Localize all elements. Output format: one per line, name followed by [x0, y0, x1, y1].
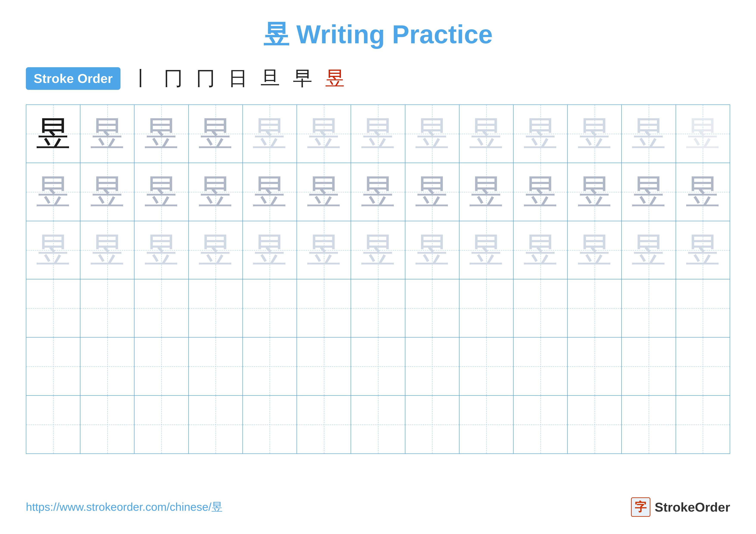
grid-cell[interactable]: 昱	[134, 221, 188, 279]
grid-cell[interactable]: 昱	[26, 221, 80, 279]
grid-cell[interactable]: 昱	[26, 163, 80, 221]
grid-cell[interactable]: 昱	[676, 163, 730, 221]
grid-cell[interactable]	[622, 395, 676, 454]
practice-char: 昱	[577, 114, 612, 153]
table-row: 昱 昱 昱 昱 昱 昱 昱 昱 昱 昱 昱 昱 昱	[26, 163, 730, 221]
grid-cell[interactable]: 昱	[297, 105, 351, 163]
grid-cell[interactable]: 昱	[405, 105, 459, 163]
grid-cell[interactable]	[134, 279, 188, 337]
grid-cell[interactable]	[459, 337, 513, 395]
grid-cell[interactable]: 昱	[567, 221, 622, 279]
table-row	[26, 395, 730, 454]
practice-char: 昱	[252, 231, 287, 269]
grid-cell[interactable]: 昱	[80, 105, 134, 163]
grid-cell[interactable]	[513, 395, 567, 454]
grid-cell[interactable]	[189, 395, 243, 454]
practice-char: 昱	[198, 173, 233, 211]
grid-cell[interactable]	[405, 395, 459, 454]
grid-cell[interactable]	[567, 279, 622, 337]
practice-char: 昱	[307, 114, 341, 153]
grid-cell[interactable]: 昱	[676, 221, 730, 279]
grid-cell[interactable]: 昱	[513, 221, 567, 279]
grid-cell[interactable]	[405, 279, 459, 337]
grid-cell[interactable]: 昱	[243, 221, 297, 279]
grid-cell[interactable]: 昱	[622, 221, 676, 279]
grid-cell[interactable]: 昱	[297, 163, 351, 221]
grid-cell[interactable]	[459, 279, 513, 337]
grid-cell[interactable]	[189, 279, 243, 337]
grid-cell[interactable]: 昱	[243, 105, 297, 163]
grid-cell[interactable]	[405, 337, 459, 395]
grid-cell[interactable]	[26, 395, 80, 454]
grid-cell[interactable]	[80, 395, 134, 454]
practice-char: 昱	[90, 231, 124, 269]
grid-cell[interactable]	[243, 279, 297, 337]
grid-cell[interactable]: 昱	[622, 105, 676, 163]
grid-cell[interactable]	[351, 279, 405, 337]
grid-cell[interactable]	[297, 279, 351, 337]
grid-cell[interactable]	[189, 337, 243, 395]
grid-cell[interactable]: 昱	[189, 163, 243, 221]
grid-cell[interactable]	[80, 279, 134, 337]
grid-cell[interactable]: 昱	[351, 163, 405, 221]
grid-cell[interactable]	[676, 337, 730, 395]
practice-char: 昱	[415, 173, 449, 211]
grid-cell[interactable]: 昱	[80, 221, 134, 279]
grid-cell[interactable]: 昱	[189, 221, 243, 279]
grid-cell[interactable]	[567, 395, 622, 454]
practice-char: 昱	[632, 231, 666, 269]
practice-char: 昱	[469, 231, 503, 269]
grid-cell[interactable]	[513, 337, 567, 395]
grid-cell[interactable]	[459, 395, 513, 454]
grid-cell[interactable]	[676, 395, 730, 454]
practice-char: 昱	[523, 114, 558, 153]
grid-cell[interactable]	[676, 279, 730, 337]
grid-cell[interactable]	[297, 337, 351, 395]
grid-cell[interactable]	[134, 395, 188, 454]
stroke-step-6: 早	[293, 65, 312, 91]
title-text: Writing Practice	[296, 20, 493, 49]
grid-cell[interactable]: 昱	[189, 105, 243, 163]
grid-cell[interactable]: 昱	[134, 163, 188, 221]
grid-cell[interactable]	[622, 279, 676, 337]
stroke-step-2: 冂	[164, 65, 183, 91]
grid-cell[interactable]: 昱	[405, 163, 459, 221]
grid-cell[interactable]: 昱	[243, 163, 297, 221]
grid-cell[interactable]	[513, 279, 567, 337]
grid-cell[interactable]	[351, 395, 405, 454]
grid-cell[interactable]	[80, 337, 134, 395]
grid-cell[interactable]: 昱	[567, 105, 622, 163]
grid-cell[interactable]: 昱	[80, 163, 134, 221]
grid-cell[interactable]	[297, 395, 351, 454]
grid-cell[interactable]: 昱	[513, 163, 567, 221]
grid-cell[interactable]	[243, 337, 297, 395]
grid-cell[interactable]: 昱	[459, 163, 513, 221]
footer-url[interactable]: https://www.strokeorder.com/chinese/昱	[26, 499, 223, 515]
grid-cell[interactable]: 昱	[405, 221, 459, 279]
grid-cell[interactable]: 昱	[676, 105, 730, 163]
grid-cell[interactable]: 昱	[567, 163, 622, 221]
grid-cell[interactable]: 昱	[513, 105, 567, 163]
grid-cell[interactable]: 昱	[622, 163, 676, 221]
stroke-step-4: 日	[228, 65, 248, 91]
grid-cell[interactable]: 昱	[459, 221, 513, 279]
grid-cell[interactable]: 昱	[26, 105, 80, 163]
grid-cell[interactable]	[622, 337, 676, 395]
grid-cell[interactable]	[243, 395, 297, 454]
grid-cell[interactable]	[26, 279, 80, 337]
grid-cell[interactable]	[134, 337, 188, 395]
grid-cell[interactable]	[26, 337, 80, 395]
grid-cell[interactable]: 昱	[351, 105, 405, 163]
grid-cell[interactable]	[567, 337, 622, 395]
grid-cell[interactable]	[351, 337, 405, 395]
logo-icon: 字	[631, 497, 650, 517]
stroke-step-3: 冂	[196, 65, 215, 91]
practice-char: 昱	[577, 231, 612, 269]
grid-cell[interactable]: 昱	[134, 105, 188, 163]
grid-cell[interactable]: 昱	[459, 105, 513, 163]
grid-cell[interactable]: 昱	[297, 221, 351, 279]
practice-char: 昱	[252, 173, 287, 211]
practice-grid: 昱 昱 昱 昱 昱 昱 昱 昱 昱 昱 昱 昱 昱 昱 昱 昱 昱 昱 昱 昱 …	[26, 105, 730, 454]
grid-cell[interactable]: 昱	[351, 221, 405, 279]
title-area: 昱 Writing Practice	[26, 17, 730, 52]
